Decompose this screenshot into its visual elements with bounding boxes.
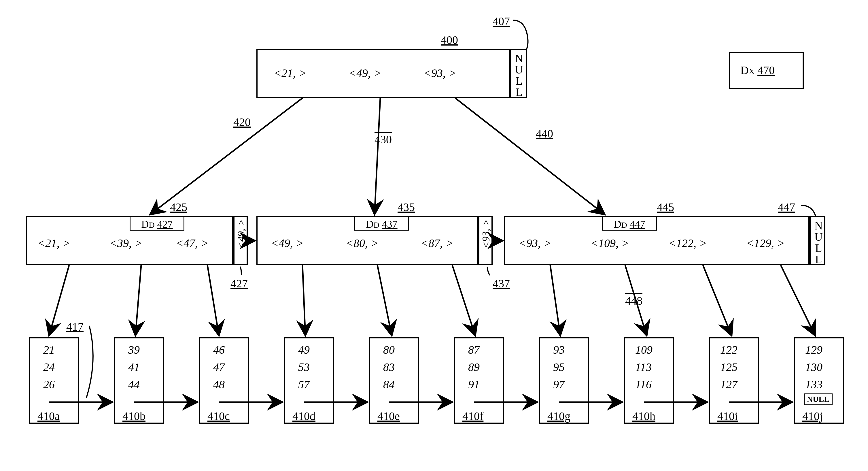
mid-445-null-text: NULL xyxy=(812,219,825,264)
edge-430: 430 xyxy=(374,133,392,146)
svg-line-12 xyxy=(781,265,815,336)
mid-425-key-0: <21, > xyxy=(37,236,70,250)
edge-440: 440 xyxy=(536,127,553,140)
leaf-a-v2: 26 xyxy=(43,378,55,391)
svg-line-4 xyxy=(135,265,141,336)
leaf-h-ref: 410h xyxy=(632,409,655,423)
mid-445-key-2: <122, > xyxy=(669,236,707,250)
leaf-f-v1: 89 xyxy=(468,360,480,374)
leaf-b-ref: 410b xyxy=(122,409,146,423)
leaf-f-ref: 410f xyxy=(462,409,484,423)
mid-425-dd: DD 427 xyxy=(130,216,184,231)
svg-line-1 xyxy=(374,98,380,215)
leaf-h-v0: 109 xyxy=(635,343,652,357)
mid-435-key-1: <80, > xyxy=(346,236,378,250)
leaf-h-v1: 113 xyxy=(635,360,652,374)
mid-445-key-1: <109, > xyxy=(591,236,629,250)
mid-435-sidekey: <93, > xyxy=(480,219,492,249)
root-key-1: <49, > xyxy=(349,66,381,80)
root-ref: 400 xyxy=(441,33,458,47)
edge-448: 448 xyxy=(625,294,643,307)
root-null-text: NULL xyxy=(512,52,526,97)
leaf-d-ref: 410d xyxy=(292,409,315,423)
leaf-g-v2: 97 xyxy=(553,378,565,391)
mid-445-null-ref: 447 xyxy=(778,200,795,214)
leaf-j-v1: 130 xyxy=(805,360,823,374)
mid-435-key-2: <87, > xyxy=(421,236,454,250)
root-null-ref: 407 xyxy=(493,14,510,28)
svg-line-7 xyxy=(377,265,392,336)
svg-line-0 xyxy=(150,98,303,215)
mid-435-key-0: <49, > xyxy=(271,236,304,250)
mid-425-sidekey: <49, > xyxy=(235,219,247,249)
legend-text: DX 470 xyxy=(740,63,775,77)
leaf-f-v0: 87 xyxy=(468,343,480,357)
mid-435-dd: DD 437 xyxy=(354,216,409,231)
leaf-i-v2: 127 xyxy=(720,378,738,391)
edge-420: 420 xyxy=(234,115,251,129)
mid-435-ref: 435 xyxy=(398,200,415,214)
mid-445-ref: 445 xyxy=(657,200,674,214)
svg-line-5 xyxy=(208,265,219,336)
leaf-d-v0: 49 xyxy=(298,343,310,357)
leaf-g-ref: 410g xyxy=(547,409,570,423)
leaf-e-ref: 410e xyxy=(377,409,400,423)
leaf-e-v2: 84 xyxy=(383,378,395,391)
leaf-a-v0: 21 xyxy=(43,343,55,357)
leaf-i-v1: 125 xyxy=(720,360,738,374)
leaf-j-null: NULL xyxy=(804,393,833,405)
leaf-b-v2: 44 xyxy=(128,378,140,391)
leaf-b-v0: 39 xyxy=(128,343,140,357)
mid-445-dd: DD 447 xyxy=(602,216,657,231)
leaf-b-v1: 41 xyxy=(128,360,140,374)
leaf-c-ref: 410c xyxy=(208,409,230,423)
leaf-j-v0: 129 xyxy=(805,343,823,357)
svg-line-11 xyxy=(703,265,732,336)
leaf-c-v1: 47 xyxy=(213,360,225,374)
root-key-0: <21, > xyxy=(274,66,307,80)
leaf-g-v1: 95 xyxy=(553,360,565,374)
leaf-i-ref: 410i xyxy=(717,409,738,423)
leaf-h-v2: 116 xyxy=(635,378,652,391)
mid-445-key-3: <129, > xyxy=(746,236,785,250)
svg-line-8 xyxy=(452,265,475,336)
leaf-f-v2: 91 xyxy=(468,378,480,391)
leaf-link-ref: 417 xyxy=(66,320,84,333)
leaf-d-v2: 57 xyxy=(298,378,310,391)
leaf-j-v2: 133 xyxy=(805,378,823,391)
mid-425-ref: 425 xyxy=(170,200,187,214)
leaf-e-v0: 80 xyxy=(383,343,395,357)
leaf-a-ref: 410a xyxy=(37,409,60,423)
leaf-i-v0: 122 xyxy=(720,343,738,357)
mid-425-key-2: <47, > xyxy=(176,236,209,250)
svg-line-6 xyxy=(303,265,305,336)
leaf-g-v0: 93 xyxy=(553,343,565,357)
mid-445-key-0: <93, > xyxy=(519,236,551,250)
leaf-a-v1: 24 xyxy=(43,360,55,374)
mid-435-side-ref: 437 xyxy=(493,277,510,290)
mid-425-key-1: <39, > xyxy=(110,236,142,250)
leaf-d-v1: 53 xyxy=(298,360,310,374)
svg-line-2 xyxy=(455,98,605,215)
mid-425-side-ref: 427 xyxy=(230,277,248,290)
leaf-j-ref: 410j xyxy=(802,409,823,423)
leaf-c-v0: 46 xyxy=(213,343,225,357)
leaf-e-v1: 83 xyxy=(383,360,395,374)
root-key-2: <93, > xyxy=(424,66,456,80)
svg-line-9 xyxy=(550,265,560,336)
leaf-c-v2: 48 xyxy=(213,378,225,391)
